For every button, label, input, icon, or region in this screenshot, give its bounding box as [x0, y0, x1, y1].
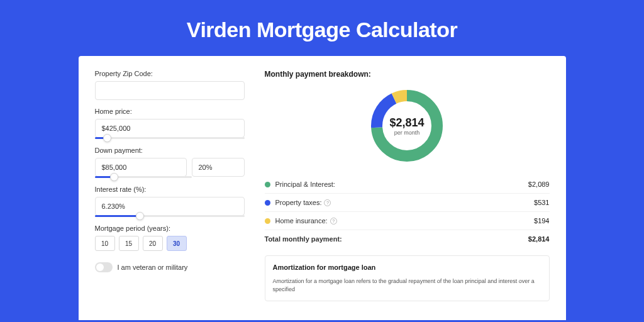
slider-thumb[interactable]: [110, 173, 118, 181]
veteran-label: I am veteran or military: [118, 264, 188, 271]
slider-thumb[interactable]: [136, 212, 144, 220]
legend-row: Home insurance:?$194: [265, 212, 550, 230]
interest-label: Interest rate (%):: [95, 186, 245, 193]
legend-value: $531: [534, 199, 549, 206]
help-icon[interactable]: ?: [330, 218, 337, 225]
breakdown-heading: Monthly payment breakdown:: [265, 70, 550, 79]
home-price-label: Home price:: [95, 108, 245, 115]
down-payment-label: Down payment:: [95, 147, 245, 154]
total-label: Total monthly payment:: [265, 235, 528, 243]
down-payment-pct-input[interactable]: [192, 158, 245, 177]
down-payment-field: Down payment:: [95, 147, 245, 178]
legend-value: $194: [534, 217, 549, 225]
period-button-20[interactable]: 20: [143, 236, 163, 251]
form-column: Property Zip Code: Home price: Down paym…: [95, 70, 245, 320]
donut-value: $2,814: [389, 116, 424, 130]
veteran-toggle[interactable]: [95, 262, 113, 272]
legend: Principal & Interest:$2,089Property taxe…: [265, 175, 550, 248]
period-field: Mortgage period (years): 10152030: [95, 225, 245, 251]
legend-dot: [265, 200, 270, 206]
home-price-slider[interactable]: [95, 137, 245, 139]
interest-field: Interest rate (%):: [95, 186, 245, 217]
amortization-box: Amortization for mortgage loan Amortizat…: [265, 255, 550, 301]
legend-row: Property taxes:?$531: [265, 194, 550, 212]
breakdown-column: Monthly payment breakdown: $2,814 per mo…: [265, 70, 550, 320]
zip-field: Property Zip Code:: [95, 70, 245, 100]
legend-dot: [265, 182, 270, 187]
amortization-text: Amortization for a mortgage loan refers …: [273, 277, 541, 293]
legend-label: Home insurance:?: [275, 217, 535, 225]
home-price-input[interactable]: [95, 119, 245, 138]
period-button-10[interactable]: 10: [95, 236, 115, 251]
period-button-15[interactable]: 15: [119, 236, 139, 251]
help-icon[interactable]: ?: [324, 199, 331, 206]
donut-center: $2,814 per month: [389, 116, 424, 136]
legend-dot: [265, 218, 270, 224]
total-value: $2,814: [528, 235, 550, 243]
legend-label: Principal & Interest:: [275, 180, 528, 188]
veteran-row: I am veteran or military: [95, 262, 245, 272]
amortization-heading: Amortization for mortgage loan: [273, 264, 541, 271]
interest-slider[interactable]: [95, 215, 245, 217]
calculator-panel: Property Zip Code: Home price: Down paym…: [79, 56, 566, 320]
legend-row: Principal & Interest:$2,089: [265, 175, 550, 194]
legend-value: $2,089: [528, 180, 550, 188]
down-payment-input[interactable]: [95, 158, 187, 177]
toggle-knob: [96, 264, 104, 271]
period-button-30[interactable]: 30: [167, 236, 187, 251]
slider-thumb[interactable]: [103, 134, 111, 142]
donut-chart: $2,814 per month: [265, 87, 550, 164]
home-price-field: Home price:: [95, 108, 245, 139]
legend-total-row: Total monthly payment:$2,814: [265, 230, 550, 248]
zip-label: Property Zip Code:: [95, 70, 245, 77]
donut-sub: per month: [389, 130, 424, 136]
page-title: Virden Mortgage Calculator: [0, 0, 644, 56]
legend-label: Property taxes:?: [275, 199, 535, 206]
interest-input[interactable]: [95, 197, 245, 216]
zip-input[interactable]: [95, 81, 245, 100]
period-label: Mortgage period (years):: [95, 225, 245, 232]
down-payment-slider[interactable]: [95, 176, 192, 178]
